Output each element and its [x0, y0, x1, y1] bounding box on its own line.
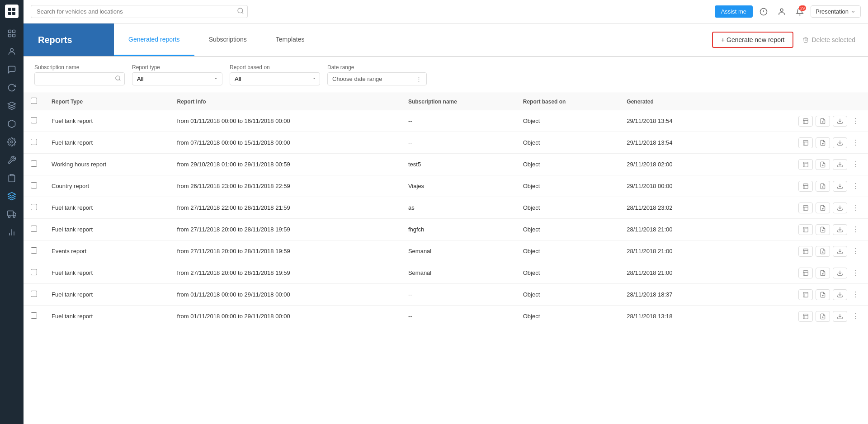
- tab-templates[interactable]: Templates: [261, 24, 319, 56]
- date-range-button[interactable]: Choose date range ⋮: [327, 72, 427, 85]
- notifications-icon-button[interactable]: 29: [793, 5, 807, 19]
- download-pdf-button[interactable]: [816, 116, 830, 127]
- row-checkbox[interactable]: [31, 247, 37, 254]
- view-report-button[interactable]: [798, 181, 813, 192]
- view-report-button[interactable]: [798, 159, 813, 170]
- sidebar-item-truck[interactable]: [4, 206, 20, 222]
- row-checkbox[interactable]: [31, 160, 37, 167]
- export-button[interactable]: [833, 203, 847, 213]
- assist-button[interactable]: Assist me: [715, 5, 753, 18]
- sidebar-item-layers2[interactable]: [4, 188, 20, 204]
- search-input[interactable]: [31, 5, 248, 18]
- info-icon-button[interactable]: [756, 5, 771, 19]
- svg-point-8: [10, 48, 14, 52]
- sidebar-item-chart[interactable]: [4, 224, 20, 240]
- filter-date-range: Date range Choose date range ⋮: [327, 64, 427, 85]
- sidebar-item-home[interactable]: [4, 25, 20, 42]
- download-pdf-button[interactable]: [816, 246, 830, 257]
- export-button[interactable]: [833, 289, 847, 300]
- row-checkbox[interactable]: [31, 312, 37, 319]
- row-report-type: Fuel tank report: [44, 132, 170, 154]
- sidebar-item-message[interactable]: [4, 61, 20, 78]
- download-pdf-button[interactable]: [816, 224, 830, 235]
- view-report-button[interactable]: [798, 246, 813, 257]
- export-button[interactable]: [833, 116, 847, 127]
- download-pdf-button[interactable]: [816, 289, 830, 300]
- row-checkbox[interactable]: [31, 204, 37, 210]
- report-based-on-select[interactable]: All Object Group: [230, 72, 320, 85]
- row-report-info: from 01/11/2018 00:00 to 29/11/2018 00:0…: [170, 284, 401, 306]
- row-more-actions-button[interactable]: ⋮: [850, 137, 861, 149]
- row-checkbox[interactable]: [31, 269, 37, 275]
- export-button[interactable]: [833, 159, 847, 170]
- presentation-button[interactable]: Presentation: [811, 5, 861, 18]
- export-button[interactable]: [833, 311, 847, 322]
- sidebar-item-settings[interactable]: [4, 134, 20, 150]
- export-button[interactable]: [833, 181, 847, 192]
- sidebar-item-user[interactable]: [4, 43, 20, 60]
- sidebar-item-layers[interactable]: [4, 98, 20, 114]
- row-more-actions-button[interactable]: ⋮: [850, 267, 861, 279]
- sidebar-item-box[interactable]: [4, 116, 20, 132]
- col-header-report-info: Report Info: [170, 93, 401, 110]
- download-pdf-button[interactable]: [816, 268, 830, 278]
- view-report-button[interactable]: [798, 268, 813, 278]
- download-pdf-button[interactable]: [816, 159, 830, 170]
- tab-generated-reports[interactable]: Generated reports: [114, 24, 194, 56]
- svg-rect-33: [803, 140, 808, 145]
- row-subscription-name: Viajes: [401, 175, 516, 197]
- export-button[interactable]: [833, 137, 847, 148]
- row-report-type: Fuel tank report: [44, 110, 170, 132]
- row-actions-cell: ⋮: [729, 262, 868, 284]
- view-report-button[interactable]: [798, 203, 813, 213]
- subscription-name-input-wrapper: [34, 72, 125, 85]
- row-generated: 29/11/2018 13:54: [619, 132, 728, 154]
- view-report-button[interactable]: [798, 116, 813, 127]
- row-more-actions-button[interactable]: ⋮: [850, 223, 861, 236]
- row-more-actions-button[interactable]: ⋮: [850, 288, 861, 301]
- generate-new-report-button[interactable]: + Generate new report: [712, 32, 793, 48]
- sidebar-item-refresh[interactable]: [4, 80, 20, 96]
- export-button[interactable]: [833, 246, 847, 257]
- table-row: Fuel tank report from 27/11/2018 20:00 t…: [24, 262, 868, 284]
- row-more-actions-button[interactable]: ⋮: [850, 180, 861, 192]
- view-report-button[interactable]: [798, 289, 813, 300]
- row-checkbox[interactable]: [31, 139, 37, 145]
- view-report-button[interactable]: [798, 137, 813, 148]
- row-checkbox[interactable]: [31, 182, 37, 188]
- subscription-name-input[interactable]: [34, 72, 125, 85]
- view-report-button[interactable]: [798, 224, 813, 235]
- user-icon-button[interactable]: [774, 5, 789, 19]
- row-report-type: Fuel tank report: [44, 306, 170, 327]
- delete-selected-button[interactable]: Delete selected: [797, 33, 861, 47]
- row-checkbox[interactable]: [31, 117, 37, 123]
- select-all-checkbox[interactable]: [31, 98, 37, 104]
- tab-subscriptions[interactable]: Subscriptions: [194, 24, 261, 56]
- download-pdf-button[interactable]: [816, 311, 830, 322]
- svg-marker-12: [8, 193, 16, 196]
- svg-marker-9: [8, 102, 16, 106]
- search-icon-button[interactable]: [237, 7, 244, 16]
- row-generated: 28/11/2018 23:02: [619, 197, 728, 219]
- row-checkbox[interactable]: [31, 226, 37, 232]
- download-pdf-button[interactable]: [816, 203, 830, 213]
- download-pdf-button[interactable]: [816, 181, 830, 192]
- row-more-actions-button[interactable]: ⋮: [850, 115, 861, 127]
- sidebar-logo[interactable]: [5, 5, 19, 18]
- row-report-based-on: Object: [516, 306, 620, 327]
- table-row: Fuel tank report from 01/11/2018 00:00 t…: [24, 110, 868, 132]
- row-more-actions-button[interactable]: ⋮: [850, 310, 861, 322]
- sidebar-item-clipboard[interactable]: [4, 170, 20, 186]
- export-button[interactable]: [833, 268, 847, 278]
- svg-rect-51: [803, 205, 808, 210]
- sidebar-item-wrench[interactable]: [4, 152, 20, 168]
- view-report-button[interactable]: [798, 311, 813, 322]
- row-more-actions-button[interactable]: ⋮: [850, 202, 861, 214]
- download-pdf-button[interactable]: [816, 137, 830, 148]
- row-checkbox[interactable]: [31, 291, 37, 297]
- table-row: Fuel tank report from 01/11/2018 00:00 t…: [24, 306, 868, 327]
- row-more-actions-button[interactable]: ⋮: [850, 245, 861, 257]
- report-type-select[interactable]: All Fuel tank report Working hours repor…: [132, 72, 222, 85]
- export-button[interactable]: [833, 224, 847, 235]
- row-more-actions-button[interactable]: ⋮: [850, 158, 861, 170]
